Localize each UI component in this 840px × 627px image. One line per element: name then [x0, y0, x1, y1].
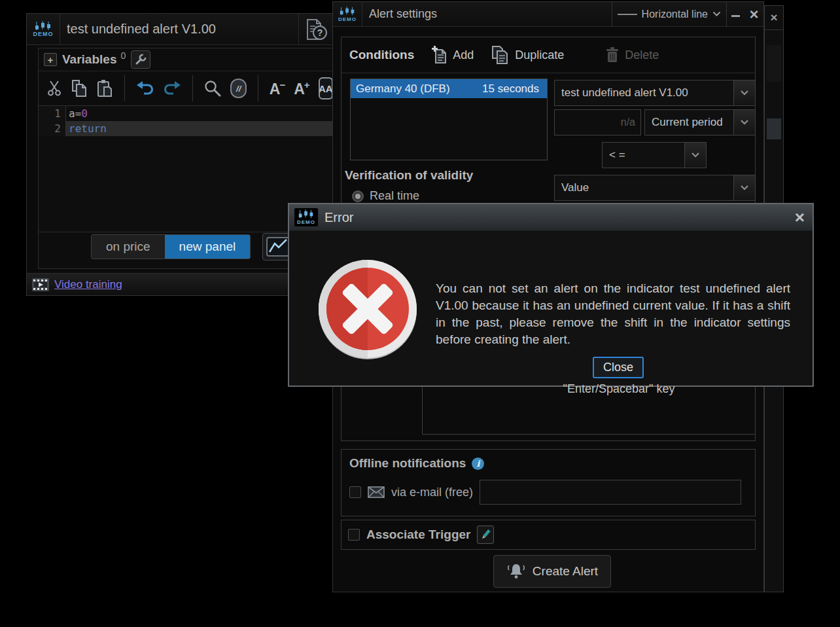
error-titlebar: DEMO Error × [289, 204, 813, 231]
error-title: Error [324, 210, 795, 225]
trash-icon [604, 46, 620, 63]
on-price-button[interactable]: on price [92, 235, 165, 259]
condition-row-selected[interactable]: Germany 40 (DFB) 15 seconds [351, 79, 547, 98]
code-token: 0 [81, 107, 88, 120]
demo-logo-label: DEMO [338, 16, 357, 22]
search-button[interactable] [203, 79, 222, 98]
realtime-label: Real time [370, 189, 419, 203]
target-dropdown[interactable]: Value [554, 175, 756, 201]
panel-target-switch: on price new panel [91, 234, 251, 259]
background-scrollbar-thumb[interactable] [767, 118, 781, 139]
expand-variables-button[interactable]: + [44, 53, 57, 66]
error-message: You can not set an alert on the indicato… [436, 280, 790, 348]
error-keyboard-hint: "Enter/Spacebar" key [436, 382, 802, 396]
edit-trigger-button[interactable] [477, 526, 494, 544]
add-condition-button[interactable]: Add [431, 46, 474, 64]
duplicate-condition-button[interactable]: Duplicate [491, 45, 564, 65]
email-input[interactable] [480, 480, 741, 505]
operator-dropdown[interactable]: < = [602, 142, 707, 168]
error-dialog: DEMO Error × You can not set an alert on… [288, 203, 814, 387]
dropdown-button[interactable] [733, 81, 755, 105]
candlestick-logo-icon [33, 21, 53, 31]
line-chart-icon [266, 237, 290, 257]
paste-button[interactable] [96, 79, 113, 98]
demo-logo: DEMO [333, 2, 362, 26]
editor-window-title: test undefined alert V1.00 [60, 22, 298, 37]
delete-label: Delete [625, 48, 659, 62]
duplicate-label: Duplicate [515, 48, 564, 62]
conditions-header-row: Conditions Add [341, 37, 755, 73]
envelope-icon [368, 486, 385, 498]
dropdown-button[interactable] [733, 110, 755, 135]
code-token: a= [69, 107, 81, 120]
video-training-link[interactable]: Video training [54, 278, 122, 291]
bell-icon [506, 563, 526, 580]
trigger-label: Associate Trigger [366, 528, 470, 542]
copy-button[interactable] [71, 79, 88, 98]
decrease-font-button[interactable]: A− [270, 79, 285, 98]
code-token: return [69, 122, 107, 135]
email-label: via e-mail (free) [391, 486, 473, 499]
variables-header: + Variables 0 [39, 48, 333, 71]
redo-button[interactable] [163, 81, 181, 96]
undo-button[interactable] [136, 81, 154, 96]
minimize-button[interactable] [727, 2, 744, 26]
error-icon [317, 259, 418, 362]
cut-button[interactable] [46, 80, 62, 97]
alert-close-button[interactable]: × [744, 2, 763, 26]
alert-object-selector[interactable]: Horizontal line [612, 2, 727, 26]
undo-icon [136, 81, 154, 96]
new-panel-button[interactable]: new panel [165, 235, 251, 259]
comment-button[interactable]: // [230, 79, 247, 98]
info-icon[interactable]: i [472, 457, 484, 470]
period-dropdown[interactable]: Current period [644, 109, 756, 135]
error-close-x-button[interactable]: × [795, 211, 805, 224]
offline-notifications-groupbox: Offline notifications i via e-mail (free… [341, 449, 756, 516]
associate-trigger-groupbox: Associate Trigger [341, 520, 756, 550]
email-row: via e-mail (free) [341, 471, 755, 505]
font-toggle-button[interactable]: AA [319, 77, 333, 99]
alert-titlebar: DEMO Alert settings Horizontal line × [333, 2, 763, 27]
close-icon: × [770, 11, 777, 24]
condition-timeframe: 15 seconds [482, 82, 542, 96]
line-number: 2 [39, 121, 66, 136]
delete-condition-button[interactable]: Delete [604, 46, 659, 63]
conditions-header: Conditions [349, 48, 414, 62]
demo-logo-label: DEMO [297, 219, 315, 225]
create-alert-button[interactable]: Create Alert [493, 555, 611, 588]
object-selector-label: Horizontal line [642, 9, 708, 20]
indicator-dropdown[interactable]: test undefined alert V1.00 [554, 80, 756, 106]
line-number: 1 [39, 106, 66, 121]
close-icon: × [749, 8, 758, 21]
editor-toolbar: // A− A+ AA [39, 71, 333, 106]
video-training-bar: Video training [27, 273, 333, 295]
toolbar-separator [258, 75, 258, 101]
condition-instrument: Germany 40 (DFB) [356, 82, 450, 96]
demo-logo: DEMO [294, 208, 318, 226]
error-close-button[interactable]: Close [593, 357, 644, 378]
horizontal-line-icon [618, 14, 637, 15]
email-checkbox[interactable] [349, 486, 361, 498]
increase-font-button[interactable]: A+ [294, 79, 309, 98]
toolbar-separator [124, 75, 125, 101]
create-alert-label: Create Alert [533, 564, 598, 579]
editor-titlebar: DEMO test undefined alert V1.00 ? [27, 14, 333, 45]
add-label: Add [453, 48, 474, 62]
help-button[interactable]: ? [298, 14, 333, 45]
comment-glyph: // [236, 84, 241, 94]
shift-value-input[interactable] [554, 109, 641, 135]
chevron-down-icon [712, 11, 721, 17]
dropdown-button[interactable] [733, 175, 755, 200]
background-close-button[interactable]: × [765, 6, 783, 30]
realtime-radio[interactable] [352, 190, 364, 202]
target-dropdown-value: Value [555, 175, 733, 200]
search-icon [203, 79, 222, 98]
demo-logo: DEMO [27, 14, 60, 45]
realtime-radio-row: Real time [352, 189, 419, 203]
conditions-list[interactable]: Germany 40 (DFB) 15 seconds [350, 79, 548, 160]
redo-icon [163, 81, 181, 96]
dropdown-button[interactable] [684, 143, 706, 168]
trigger-checkbox[interactable] [348, 529, 360, 541]
variables-settings-button[interactable] [131, 50, 150, 69]
variables-count: 0 [120, 50, 126, 61]
